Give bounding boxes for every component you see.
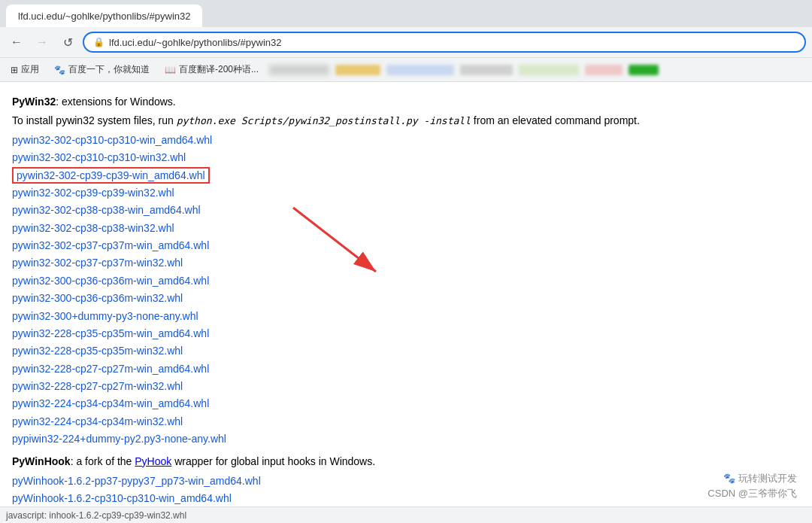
address-bar[interactable]: 🔒 lfd.uci.edu/~gohlke/pythonlibs/#pywin3… <box>83 32 806 53</box>
pywin32-link-14[interactable]: pywin32-228-cp27-cp27m-win32.whl <box>12 378 800 394</box>
tab-bar: lfd.uci.edu/~gohlke/pythonlibs/#pywin32 <box>0 0 812 27</box>
pywin32-link-2-highlighted[interactable]: pywin32-302-cp39-cp39-win_amd64.whl <box>12 167 210 184</box>
apps-icon: ⊞ <box>11 65 18 75</box>
lock-icon: 🔒 <box>93 37 105 47</box>
tab-label: lfd.uci.edu/~gohlke/pythonlibs/#pywin32 <box>18 11 190 22</box>
pywinhook-header-line: PyWinHook: a fork of the PyHook wrapper … <box>12 454 800 470</box>
pywin32-link-1[interactable]: pywin32-302-cp310-cp310-win32.whl <box>12 149 800 166</box>
bookmark-blurred-5 <box>519 65 579 75</box>
pywinhook-link[interactable]: PyHook <box>135 455 171 467</box>
pywin32-link-13[interactable]: pywin32-228-cp27-cp27m-win_amd64.whl <box>12 360 800 377</box>
bookmark-blurred-3 <box>386 65 454 75</box>
back-button[interactable]: ← <box>6 32 27 53</box>
install-cmd: python.exe Scripts/pywin32_postinstall.p… <box>177 115 471 126</box>
install-note: To install pywin32 system files, run pyt… <box>12 113 800 129</box>
page-content: PyWin32: extensions for Windows. To inst… <box>0 82 812 523</box>
pywin32-link-4[interactable]: pywin32-302-cp38-cp38-win_amd64.whl <box>12 202 800 218</box>
status-bar: javascript: inhook-1.6.2-cp39-cp39-win32… <box>0 506 812 523</box>
pywin32-link-6[interactable]: pywin32-302-cp37-cp37m-win_amd64.whl <box>12 237 800 254</box>
install-text-before: To install pywin32 system files, run <box>12 114 177 126</box>
translate-icon: 📖 <box>165 65 176 75</box>
bookmark-baidu[interactable]: 🐾 百度一下，你就知道 <box>50 62 154 78</box>
pywin32-links-section: pywin32-302-cp310-cp310-win_amd64.whl py… <box>12 132 800 448</box>
pywin32-header: PyWin32 <box>12 96 56 108</box>
pywin32-link-0[interactable]: pywin32-302-cp310-cp310-win_amd64.whl <box>12 132 800 148</box>
status-text: javascript: inhook-1.6.2-cp39-cp39-win32… <box>6 510 186 521</box>
active-tab[interactable]: lfd.uci.edu/~gohlke/pythonlibs/#pywin32 <box>6 5 202 27</box>
pywin32-link-17[interactable]: pypiwin32-224+dummy-py2.py3-none-any.whl <box>12 430 800 447</box>
pywinhook-link-1[interactable]: pyWinhook-1.6.2-cp310-cp310-win_amd64.wh… <box>12 490 800 506</box>
watermark-line1: 🐾 玩转测试开发 <box>723 472 797 485</box>
pywin32-link-16[interactable]: pywin32-224-cp34-cp34m-win32.whl <box>12 413 800 430</box>
watermark-line2: CSDN @三爷带你飞 <box>707 487 797 500</box>
reload-button[interactable]: ↺ <box>57 32 78 53</box>
bookmark-translate[interactable]: 📖 百度翻译-200种语... <box>160 62 263 78</box>
bookmark-blurred-6 <box>585 65 623 75</box>
baidu-icon: 🐾 <box>54 65 65 75</box>
bookmark-blurred-1 <box>269 65 329 75</box>
url-text: lfd.uci.edu/~gohlke/pythonlibs/#pywin32 <box>109 37 795 48</box>
pywin32-link-12[interactable]: pywin32-228-cp35-cp35m-win32.whl <box>12 342 800 359</box>
forward-button[interactable]: → <box>32 32 53 53</box>
pywinhook-desc: : a fork of the <box>71 455 135 467</box>
nav-bar: ← → ↺ 🔒 lfd.uci.edu/~gohlke/pythonlibs/#… <box>0 27 812 57</box>
pywin32-link-8[interactable]: pywin32-300-cp36-cp36m-win_amd64.whl <box>12 272 800 289</box>
browser-chrome: lfd.uci.edu/~gohlke/pythonlibs/#pywin32 … <box>0 0 812 82</box>
pywin32-link-7[interactable]: pywin32-302-cp37-cp37m-win32.whl <box>12 254 800 271</box>
translate-label: 百度翻译-200种语... <box>179 63 259 76</box>
bookmarks-bar: ⊞ 应用 🐾 百度一下，你就知道 📖 百度翻译-200种语... <box>0 57 812 81</box>
install-text-after: from an elevated command prompt. <box>471 114 640 126</box>
pywinhook-link-0[interactable]: pyWinhook-1.6.2-pp37-pypy37_pp73-win_amd… <box>12 473 800 489</box>
pywin32-link-10[interactable]: pywin32-300+dummy-py3-none-any.whl <box>12 308 800 324</box>
pywin32-link-9[interactable]: pywin32-300-cp36-cp36m-win32.whl <box>12 290 800 306</box>
pywin32-link-5[interactable]: pywin32-302-cp38-cp38-win32.whl <box>12 220 800 236</box>
pywin32-header-line: PyWin32: extensions for Windows. <box>12 94 800 110</box>
bookmark-blurred-4 <box>460 65 513 75</box>
baidu-label: 百度一下，你就知道 <box>68 63 150 76</box>
pywin32-link-3[interactable]: pywin32-302-cp39-cp39-win32.whl <box>12 184 800 201</box>
bookmark-apps[interactable]: ⊞ 应用 <box>6 62 44 78</box>
highlighted-row: pywin32-302-cp39-cp39-win_amd64.whl <box>12 167 800 184</box>
pywinhook-header: PyWinHook <box>12 455 71 467</box>
pywinhook-desc2: wrapper for global input hooks in Window… <box>171 455 375 467</box>
pywin32-link-15[interactable]: pywin32-224-cp34-cp34m-win_amd64.whl <box>12 395 800 412</box>
bookmark-blurred-2 <box>335 65 380 75</box>
pywin32-link-11[interactable]: pywin32-228-cp35-cp35m-win_amd64.whl <box>12 325 800 342</box>
apps-label: 应用 <box>21 63 39 76</box>
pywin32-desc: : extensions for Windows. <box>56 96 176 108</box>
watermark: 🐾 玩转测试开发 CSDN @三爷带你飞 <box>707 472 797 500</box>
bookmark-blurred-7 <box>629 65 659 75</box>
